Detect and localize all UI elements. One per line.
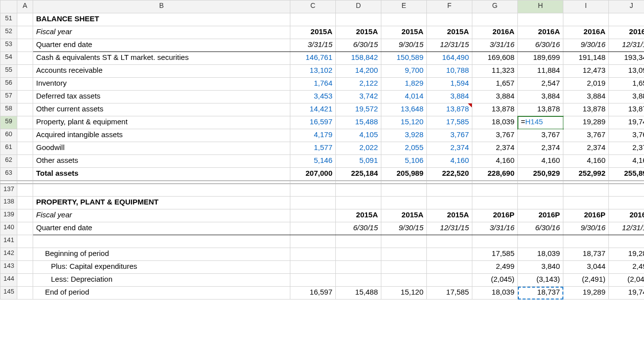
cell-D59[interactable]: 15,488 — [336, 116, 381, 129]
column-header-B[interactable]: B — [33, 0, 290, 13]
cell-G145[interactable]: 18,039 — [472, 287, 518, 300]
cell-A137[interactable] — [17, 184, 33, 197]
cell-A53[interactable] — [17, 39, 33, 52]
cell-I57[interactable]: 3,884 — [563, 91, 609, 103]
cell-A145[interactable] — [17, 287, 33, 300]
cell-D141[interactable] — [336, 235, 381, 248]
row-header-145[interactable]: 145 — [0, 287, 17, 300]
cell-J139[interactable]: 2016P — [609, 209, 644, 222]
cell-I54[interactable]: 191,148 — [563, 52, 609, 65]
cell-J61[interactable]: 2,374 — [609, 142, 644, 155]
cell-A55[interactable] — [17, 65, 33, 78]
cell-G52[interactable]: 2016A — [472, 26, 518, 39]
cell-J57[interactable]: 3,884 — [609, 91, 644, 103]
cell-J144[interactable]: (2,042) — [609, 274, 644, 287]
cell-I62[interactable]: 4,160 — [563, 155, 609, 168]
cell-E143[interactable] — [381, 261, 427, 274]
cell-B55[interactable]: Accounts receivable — [33, 65, 290, 78]
cell-G63[interactable]: 228,690 — [472, 168, 518, 181]
cell-I144[interactable]: (2,491) — [563, 274, 609, 287]
cell-I59[interactable]: 19,289 — [563, 116, 609, 129]
cell-A138[interactable] — [17, 197, 33, 209]
cell-B137[interactable] — [33, 184, 290, 197]
cell-A59[interactable] — [17, 116, 33, 129]
cell-D145[interactable]: 15,488 — [336, 287, 381, 300]
cell-D56[interactable]: 2,122 — [336, 78, 381, 91]
cell-J62[interactable]: 4,160 — [609, 155, 644, 168]
row-header-141[interactable]: 141 — [0, 235, 17, 248]
cell-G138[interactable] — [472, 197, 518, 209]
cell-D61[interactable]: 2,022 — [336, 142, 381, 155]
spreadsheet-grid[interactable]: ABCDEFGHIJ 51BALANCE SHEET52Fiscal year2… — [0, 0, 644, 300]
cell-D60[interactable]: 4,105 — [336, 129, 381, 142]
cell-B139[interactable]: Fiscal year — [33, 209, 290, 222]
cell-D138[interactable] — [336, 197, 381, 209]
cell-J145[interactable]: 19,743 — [609, 287, 644, 300]
row-header-53[interactable]: 53 — [0, 39, 17, 52]
cell-F59[interactable]: 17,585 — [427, 116, 472, 129]
cell-H141[interactable] — [518, 235, 563, 248]
cell-H63[interactable]: 250,929 — [518, 168, 563, 181]
cell-I61[interactable]: 2,374 — [563, 142, 609, 155]
row-header-61[interactable]: 61 — [0, 142, 17, 155]
cell-I143[interactable]: 3,044 — [563, 261, 609, 274]
column-header-H[interactable]: H — [518, 0, 563, 13]
cell-J143[interactable]: 2,496 — [609, 261, 644, 274]
row-header-60[interactable]: 60 — [0, 129, 17, 142]
column-header-D[interactable]: D — [336, 0, 381, 13]
cell-E52[interactable]: 2015A — [381, 26, 427, 39]
cell-H53[interactable]: 6/30/16 — [518, 39, 563, 52]
cell-A140[interactable] — [17, 222, 33, 235]
cell-F51[interactable] — [427, 13, 472, 26]
cell-F60[interactable]: 3,767 — [427, 129, 472, 142]
cell-I140[interactable]: 9/30/16 — [563, 222, 609, 235]
cell-B63[interactable]: Total assets — [33, 168, 290, 181]
cell-H59[interactable]: =H145 — [518, 116, 563, 129]
cell-C55[interactable]: 13,102 — [290, 65, 336, 78]
cell-G137[interactable] — [472, 184, 518, 197]
cell-D143[interactable] — [336, 261, 381, 274]
cell-B53[interactable]: Quarter end date — [33, 39, 290, 52]
cell-D144[interactable] — [336, 274, 381, 287]
cell-I55[interactable]: 12,473 — [563, 65, 609, 78]
cell-J58[interactable]: 13,878 — [609, 103, 644, 116]
cell-C56[interactable]: 1,764 — [290, 78, 336, 91]
cell-C54[interactable]: 146,761 — [290, 52, 336, 65]
cell-F142[interactable] — [427, 248, 472, 261]
cell-J137[interactable] — [609, 184, 644, 197]
column-header-J[interactable]: J — [609, 0, 644, 13]
row-header-140[interactable]: 140 — [0, 222, 17, 235]
cell-G141[interactable] — [472, 235, 518, 248]
cell-C58[interactable]: 14,421 — [290, 103, 336, 116]
cell-C137[interactable] — [290, 184, 336, 197]
cell-G61[interactable]: 2,374 — [472, 142, 518, 155]
cell-G54[interactable]: 169,608 — [472, 52, 518, 65]
cell-H60[interactable]: 3,767 — [518, 129, 563, 142]
cell-B62[interactable]: Other assets — [33, 155, 290, 168]
cell-E142[interactable] — [381, 248, 427, 261]
cell-E145[interactable]: 15,120 — [381, 287, 427, 300]
row-header-139[interactable]: 139 — [0, 209, 17, 222]
cell-F143[interactable] — [427, 261, 472, 274]
cell-E60[interactable]: 3,928 — [381, 129, 427, 142]
row-header-144[interactable]: 144 — [0, 274, 17, 287]
cell-F139[interactable]: 2015A — [427, 209, 472, 222]
cell-C141[interactable] — [290, 235, 336, 248]
cell-E56[interactable]: 1,829 — [381, 78, 427, 91]
row-header-57[interactable]: 57 — [0, 91, 17, 103]
cell-A63[interactable] — [17, 168, 33, 181]
cell-B58[interactable]: Other current assets — [33, 103, 290, 116]
cell-C139[interactable] — [290, 209, 336, 222]
cell-J60[interactable]: 3,767 — [609, 129, 644, 142]
cell-F52[interactable]: 2015A — [427, 26, 472, 39]
cell-F62[interactable]: 4,160 — [427, 155, 472, 168]
cell-C63[interactable]: 207,000 — [290, 168, 336, 181]
cell-G59[interactable]: 18,039 — [472, 116, 518, 129]
row-header-138[interactable]: 138 — [0, 197, 17, 209]
cell-A61[interactable] — [17, 142, 33, 155]
row-header-54[interactable]: 54 — [0, 52, 17, 65]
cell-H139[interactable]: 2016P — [518, 209, 563, 222]
cell-B142[interactable]: Beginning of period — [33, 248, 290, 261]
cell-F137[interactable] — [427, 184, 472, 197]
column-header-G[interactable]: G — [472, 0, 518, 13]
